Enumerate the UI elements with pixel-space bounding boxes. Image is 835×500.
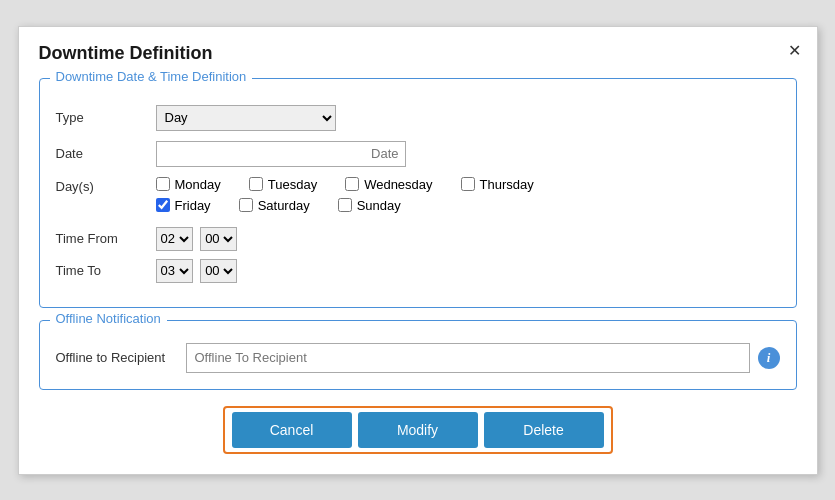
info-icon: i (758, 347, 780, 369)
offline-section: Offline Notification Offline to Recipien… (39, 320, 797, 390)
day-item-monday: Monday (156, 177, 221, 192)
type-select[interactable]: Day Week Month (156, 105, 336, 131)
checkbox-tuesday[interactable] (249, 177, 263, 191)
day-item-tuesday: Tuesday (249, 177, 317, 192)
days-container: Monday Tuesday Wednesday Thursday (156, 177, 780, 196)
type-label: Type (56, 110, 156, 125)
time-from-hour-select[interactable]: 000102030405 (156, 227, 193, 251)
offline-legend: Offline Notification (50, 311, 167, 326)
time-from-label: Time From (56, 231, 156, 246)
day-item-thursday: Thursday (461, 177, 534, 192)
day-item-saturday: Saturday (239, 198, 310, 213)
time-to-row: Time To 0001020304 00153045 (56, 259, 780, 283)
offline-recipient-label: Offline to Recipient (56, 350, 186, 365)
checkbox-thursday[interactable] (461, 177, 475, 191)
date-label: Date (56, 146, 156, 161)
close-button[interactable]: ✕ (788, 41, 801, 60)
day-label-sunday: Sunday (357, 198, 401, 213)
date-control (156, 141, 780, 167)
dialog-title: Downtime Definition (39, 43, 797, 64)
time-to-hour-select[interactable]: 0001020304 (156, 259, 193, 283)
offline-recipient-input[interactable] (186, 343, 750, 373)
modify-button[interactable]: Modify (358, 412, 478, 448)
type-control: Day Week Month (156, 105, 780, 131)
checkbox-wednesday[interactable] (345, 177, 359, 191)
time-to-control: 0001020304 00153045 (156, 259, 780, 283)
time-from-minute-select[interactable]: 00153045 (200, 227, 237, 251)
cancel-button[interactable]: Cancel (232, 412, 352, 448)
datetime-legend: Downtime Date & Time Definition (50, 69, 253, 84)
downtime-definition-dialog: Downtime Definition ✕ Downtime Date & Ti… (18, 26, 818, 475)
time-from-row: Time From 000102030405 00153045 (56, 227, 780, 251)
time-from-control: 000102030405 00153045 (156, 227, 780, 251)
day-item-sunday: Sunday (338, 198, 401, 213)
time-to-minute-select[interactable]: 00153045 (200, 259, 237, 283)
days-control: Monday Tuesday Wednesday Thursday (156, 177, 780, 217)
time-to-label: Time To (56, 263, 156, 278)
checkbox-saturday[interactable] (239, 198, 253, 212)
day-item-friday: Friday (156, 198, 211, 213)
checkbox-monday[interactable] (156, 177, 170, 191)
day-label-friday: Friday (175, 198, 211, 213)
day-label-tuesday: Tuesday (268, 177, 317, 192)
action-button-group: Cancel Modify Delete (223, 406, 613, 454)
day-label-wednesday: Wednesday (364, 177, 432, 192)
day-label-thursday: Thursday (480, 177, 534, 192)
offline-row: Offline to Recipient i (56, 343, 780, 373)
type-row: Type Day Week Month (56, 105, 780, 131)
days-row: Day(s) Monday Tuesday Wednesday (56, 177, 780, 217)
day-item-wednesday: Wednesday (345, 177, 432, 192)
day-label-monday: Monday (175, 177, 221, 192)
date-row: Date (56, 141, 780, 167)
day-label-saturday: Saturday (258, 198, 310, 213)
checkbox-sunday[interactable] (338, 198, 352, 212)
delete-button[interactable]: Delete (484, 412, 604, 448)
date-input[interactable] (156, 141, 406, 167)
days-label: Day(s) (56, 177, 156, 194)
datetime-section: Downtime Date & Time Definition Type Day… (39, 78, 797, 308)
days-row2: Friday Saturday Sunday (156, 198, 780, 217)
checkbox-friday[interactable] (156, 198, 170, 212)
